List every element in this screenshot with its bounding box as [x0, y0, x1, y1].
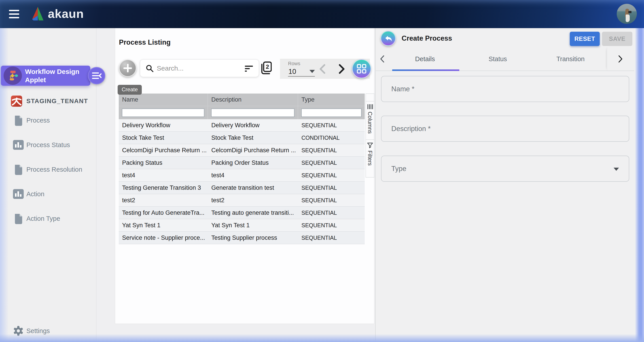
- sidebar-item-action-type[interactable]: Action Type: [0, 211, 96, 226]
- type-select[interactable]: Type: [381, 156, 629, 182]
- user-avatar[interactable]: [617, 4, 637, 24]
- duplicate-pages-button[interactable]: 2: [260, 61, 272, 75]
- panel-title: Create Process: [402, 34, 452, 42]
- back-button[interactable]: [380, 31, 396, 46]
- columns-tab[interactable]: Columns: [366, 101, 374, 140]
- avatar-dress: [626, 14, 630, 22]
- chevron-left-icon: [380, 55, 384, 63]
- search-icon: [146, 64, 154, 72]
- table-row[interactable]: test4 test4 SEQUENTIAL: [119, 169, 365, 182]
- akaun-logo-triangle-icon: [31, 6, 45, 21]
- sidebar-item-label: Settings: [26, 327, 50, 335]
- description-filter-input[interactable]: [211, 109, 294, 117]
- sidebar-item-label: Process Status: [26, 141, 70, 149]
- sidebar-item-process-status[interactable]: Process Status: [0, 137, 96, 153]
- create-button[interactable]: [119, 59, 136, 77]
- grid-icon: [357, 64, 366, 74]
- column-header-name[interactable]: Name: [119, 94, 208, 106]
- columns-icon: [367, 104, 373, 109]
- pagination-block: Rows 10: [280, 59, 370, 79]
- file-icon: [12, 115, 24, 126]
- applet-title: Workflow Design Applet: [25, 67, 89, 84]
- table-body: Delivery Workflow Delivery Workflow SEQU…: [119, 119, 365, 244]
- sidebar-item-settings[interactable]: Settings: [0, 323, 96, 339]
- create-process-panel: Create Process RESET SAVE Details Status…: [375, 28, 635, 342]
- active-tab-underline: [392, 69, 459, 71]
- save-button[interactable]: SAVE: [602, 32, 632, 46]
- sidebar-item-process-resolution[interactable]: Process Resolution: [0, 162, 96, 177]
- page-title: Process Listing: [119, 38, 170, 46]
- avatar-camera: [628, 11, 632, 13]
- chevron-down-icon: [310, 70, 315, 73]
- filter-funnel-icon: [367, 143, 373, 148]
- table-row[interactable]: Packing Status Packing Order Status SEQU…: [119, 157, 365, 169]
- reset-button[interactable]: RESET: [570, 32, 600, 46]
- back-arrow-icon: [384, 34, 392, 42]
- file-icon: [12, 213, 24, 224]
- chevron-right-icon: [618, 55, 623, 63]
- search-input[interactable]: [157, 64, 245, 72]
- table-row[interactable]: Service note - Supplier proce... Testing…: [119, 232, 365, 244]
- next-page-button[interactable]: [336, 64, 347, 74]
- name-filter-input[interactable]: [122, 109, 204, 117]
- table-filter-row: [119, 106, 365, 119]
- description-field[interactable]: Description *: [381, 116, 629, 142]
- sidebar-item-label: STAGING_TENANT: [26, 98, 88, 105]
- sidebar: Workflow Design Applet: [0, 28, 96, 342]
- rows-per-page-select[interactable]: 10: [288, 67, 315, 77]
- table-row[interactable]: Stock Take Test Stock Take Test CONDITIO…: [119, 132, 365, 144]
- grid-view-button[interactable]: [352, 59, 371, 78]
- page-edge-gradient-right: [635, 28, 644, 342]
- bar-chart-icon: [12, 189, 24, 199]
- table-side-tabs: Columns Filters: [366, 94, 374, 177]
- tab-status[interactable]: Status: [461, 55, 534, 63]
- tenant-icon: [11, 95, 22, 107]
- process-listing-card: Process Listing Create 2 Rows 10: [115, 28, 374, 324]
- type-filter-input[interactable]: [301, 109, 362, 117]
- chevron-down-icon: [614, 168, 619, 171]
- filter-list-icon[interactable]: [245, 65, 253, 71]
- sidebar-item-tenant[interactable]: STAGING_TENANT: [0, 93, 96, 109]
- hamburger-menu-icon[interactable]: [9, 10, 19, 18]
- table-row[interactable]: test2 test2 SEQUENTIAL: [119, 194, 365, 207]
- sidebar-item-action[interactable]: Action: [0, 186, 96, 202]
- table-header-row: Name Description Type: [119, 94, 365, 106]
- gear-icon: [12, 326, 24, 336]
- sidebar-item-label: Action Type: [26, 215, 60, 222]
- sidebar-item-label: Action: [26, 190, 44, 198]
- chevron-right-icon: [338, 64, 346, 74]
- table-row[interactable]: Testing for Auto GenerateTra... Testing …: [119, 207, 365, 219]
- description-field-label: Description *: [391, 125, 431, 133]
- table-row[interactable]: Testing Generate Transition 3 Generate t…: [119, 182, 365, 194]
- akaun-logo: akaun: [31, 6, 84, 21]
- prev-page-button[interactable]: [317, 64, 328, 74]
- collapse-sidebar-button[interactable]: [88, 67, 105, 84]
- chevron-left-icon: [319, 64, 326, 74]
- column-header-type[interactable]: Type: [298, 94, 365, 106]
- tab-transition[interactable]: Transition: [534, 55, 607, 63]
- rows-label: Rows: [288, 61, 300, 66]
- filters-tab[interactable]: Filters: [366, 140, 374, 177]
- tab-details[interactable]: Details: [389, 55, 461, 63]
- table-row[interactable]: Delivery Workflow Delivery Workflow SEQU…: [119, 119, 365, 132]
- name-field-label: Name *: [391, 85, 414, 93]
- file-icon: [12, 164, 24, 175]
- brand-name: akaun: [48, 7, 84, 20]
- search-box: [140, 59, 259, 77]
- tab-scroll-left-button[interactable]: [376, 47, 389, 71]
- sidebar-item-process[interactable]: Process: [0, 113, 96, 128]
- column-header-description[interactable]: Description: [208, 94, 298, 106]
- table-row[interactable]: Yat Syn Test 1 Yat Syn Test 1 SEQUENTIAL: [119, 219, 365, 232]
- workflow-applet-icon: [4, 66, 22, 85]
- sidebar-item-label: Process Resolution: [26, 166, 82, 173]
- create-tooltip: Create: [118, 85, 142, 95]
- table-row[interactable]: CelcomDigi Purchase Return ... CelcomDig…: [119, 144, 365, 157]
- name-field[interactable]: Name *: [381, 76, 629, 102]
- menu-fold-icon: [92, 72, 102, 80]
- sidebar-item-label: Process: [26, 117, 50, 124]
- duplicate-badge: 2: [266, 63, 269, 70]
- rows-per-page-value: 10: [288, 68, 296, 76]
- top-navbar: akaun: [0, 0, 644, 28]
- tab-scroll-right-button[interactable]: [607, 47, 634, 71]
- bar-chart-icon: [12, 140, 24, 150]
